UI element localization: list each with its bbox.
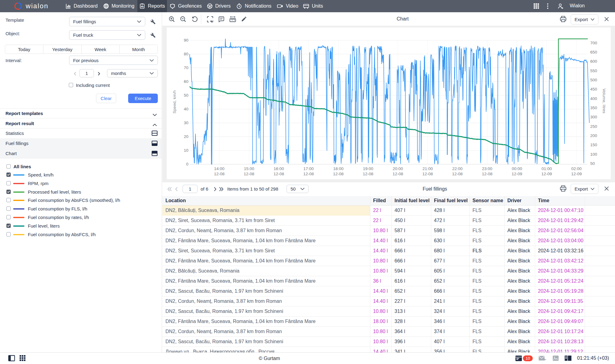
- svg-text:60: 60: [184, 79, 188, 84]
- svg-text:300: 300: [590, 115, 597, 119]
- svg-text:16:00: 16:00: [274, 166, 284, 171]
- svg-text:700: 700: [590, 41, 597, 45]
- svg-text:90: 90: [184, 38, 188, 43]
- svg-text:12-08: 12-08: [422, 172, 433, 176]
- svg-text:Speed, km/h: Speed, km/h: [172, 90, 177, 113]
- svg-text:15:00: 15:00: [244, 166, 254, 171]
- svg-text:200: 200: [590, 133, 597, 138]
- svg-text:50: 50: [590, 161, 595, 166]
- svg-text:50: 50: [184, 93, 188, 98]
- svg-text:12-08: 12-08: [363, 172, 373, 176]
- svg-text:21:00: 21:00: [422, 166, 433, 171]
- svg-text:12-08: 12-08: [482, 172, 493, 176]
- svg-text:01:00: 01:00: [542, 166, 552, 171]
- svg-text:0: 0: [186, 162, 188, 166]
- svg-text:70: 70: [184, 65, 188, 70]
- svg-text:450: 450: [590, 87, 597, 91]
- svg-text:12-09: 12-09: [571, 172, 582, 176]
- svg-text:150: 150: [590, 143, 597, 147]
- svg-text:19:00: 19:00: [363, 166, 373, 171]
- svg-text:650: 650: [590, 50, 597, 54]
- svg-text:350: 350: [590, 106, 597, 110]
- svg-text:12-08: 12-08: [214, 172, 225, 176]
- svg-text:Volume, litres: Volume, litres: [602, 88, 606, 113]
- svg-text:40: 40: [184, 107, 188, 111]
- svg-text:10: 10: [184, 148, 188, 153]
- svg-text:18:00: 18:00: [333, 166, 343, 171]
- svg-text:100: 100: [590, 152, 597, 157]
- svg-text:00:00: 00:00: [512, 166, 522, 171]
- svg-text:550: 550: [590, 69, 597, 73]
- svg-text:02:00: 02:00: [571, 166, 582, 171]
- svg-text:12-09: 12-09: [512, 172, 522, 176]
- svg-text:12-08: 12-08: [393, 172, 403, 176]
- svg-text:30: 30: [184, 121, 188, 125]
- svg-text:20:00: 20:00: [393, 166, 403, 171]
- svg-text:12-08: 12-08: [244, 172, 254, 176]
- svg-text:22:00: 22:00: [452, 166, 463, 171]
- svg-text:250: 250: [590, 124, 597, 129]
- svg-text:12-08: 12-08: [273, 172, 284, 176]
- svg-text:23:00: 23:00: [482, 166, 492, 171]
- svg-text:400: 400: [590, 96, 597, 101]
- svg-text:12-08: 12-08: [303, 172, 314, 176]
- svg-text:12-08: 12-08: [452, 172, 463, 176]
- svg-text:20: 20: [184, 134, 188, 139]
- svg-text:600: 600: [590, 59, 597, 64]
- svg-text:12-08: 12-08: [333, 172, 344, 176]
- svg-text:17:00: 17:00: [303, 166, 314, 171]
- svg-text:80: 80: [184, 52, 188, 56]
- svg-text:12-09: 12-09: [541, 172, 552, 176]
- svg-text:500: 500: [590, 78, 597, 82]
- svg-text:14:00: 14:00: [214, 166, 224, 171]
